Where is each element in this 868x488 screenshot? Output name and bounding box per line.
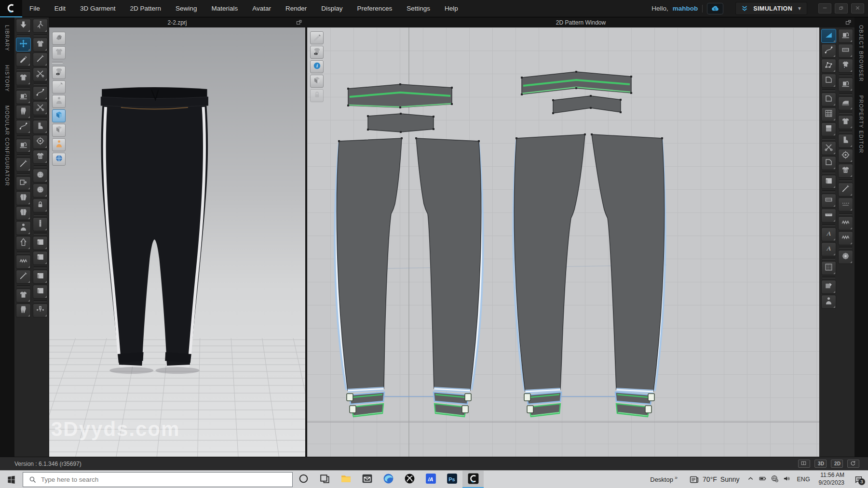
open-garment-tool[interactable]	[16, 206, 31, 220]
fold-box-tool[interactable]	[821, 175, 836, 189]
dart-tool[interactable]	[821, 141, 836, 155]
snap-tool[interactable]	[33, 135, 48, 149]
select-move-tool[interactable]	[16, 38, 31, 52]
show-3d-window-button[interactable]: 3D	[814, 460, 827, 468]
shirt-snaps-2d-tool[interactable]	[838, 164, 853, 178]
menu-item[interactable]: Edit	[47, 0, 73, 17]
search-input[interactable]	[41, 476, 287, 483]
start-button[interactable]	[0, 471, 23, 488]
lock-button-tool[interactable]	[33, 198, 48, 212]
pattern-hem-strips-back-right[interactable]	[561, 390, 654, 417]
texture-sheet-tool[interactable]	[33, 285, 48, 299]
menu-item[interactable]: Avatar	[245, 0, 278, 17]
texture-roll-tool[interactable]	[33, 270, 48, 284]
fabric-sheet-tool[interactable]	[33, 251, 48, 265]
language-indicator[interactable]: ENG	[793, 476, 814, 483]
action-center-button[interactable]: 3	[849, 471, 868, 488]
hanger-garment-tool[interactable]	[52, 46, 66, 59]
desktop-toolbar[interactable]: Desktop »	[643, 476, 684, 483]
basting-tool[interactable]	[838, 198, 853, 211]
boot-tool[interactable]	[33, 120, 48, 134]
knife-shirt-tool[interactable]	[33, 101, 48, 115]
sew-shirt-tool[interactable]	[33, 38, 48, 52]
pattern-piece-front-left-leg[interactable]	[337, 137, 403, 391]
file-explorer-app[interactable]	[335, 471, 356, 488]
show-2d-window-button[interactable]: 2D	[831, 460, 843, 468]
fold-jacket-tool[interactable]	[16, 191, 31, 205]
medibang-app[interactable]: /A	[420, 471, 441, 488]
show-pattern-fabric-tool[interactable]	[52, 109, 66, 122]
environment-globe-tool[interactable]	[52, 153, 66, 166]
menu-item[interactable]: Settings	[399, 0, 437, 17]
pants-stripe-tool[interactable]	[16, 303, 31, 317]
pattern-piece-back-waistband-small[interactable]	[552, 95, 622, 114]
garment-3d-viewport[interactable]: 3Dyyds.com	[49, 27, 305, 457]
elastic-tool[interactable]	[838, 216, 853, 230]
simulate-tool[interactable]	[16, 19, 31, 33]
show-garment-2d-tool[interactable]	[310, 46, 324, 59]
pattern-piece-back-left-leg[interactable]	[514, 133, 586, 392]
notch-tool[interactable]	[821, 122, 836, 136]
single-window-button[interactable]	[798, 460, 810, 468]
avatar-tape-tool[interactable]	[821, 295, 836, 309]
shirt-stripe-tool[interactable]	[16, 289, 31, 303]
puller-tool[interactable]	[33, 303, 48, 317]
popout-icon[interactable]	[845, 19, 852, 26]
walk-avatar-tool[interactable]	[33, 19, 48, 33]
pattern-outline-tool[interactable]	[821, 74, 836, 88]
polygon-pattern-tool[interactable]	[821, 92, 836, 106]
desktop-chevrons[interactable]: »	[675, 475, 678, 480]
menu-item[interactable]: 2D Pattern	[123, 0, 169, 17]
zipper-tool[interactable]	[33, 217, 48, 231]
task-view-button[interactable]	[314, 471, 335, 488]
show-fabric-2d-tool[interactable]	[310, 75, 324, 88]
tab-library[interactable]: LIBRARY	[4, 25, 10, 52]
menu-item[interactable]: Preferences	[350, 0, 399, 17]
menu-item[interactable]: Render	[278, 0, 314, 17]
menu-item[interactable]: Help	[437, 0, 465, 17]
render-style-tool[interactable]	[52, 32, 66, 45]
maximize-button[interactable]	[835, 3, 848, 13]
edge-app[interactable]	[378, 471, 399, 488]
drape-curve-tool[interactable]	[16, 120, 31, 134]
buttonhole-tool[interactable]	[33, 184, 48, 198]
garment-fit-arrow-tool[interactable]	[16, 236, 31, 250]
show-surface-tool[interactable]	[52, 124, 66, 137]
edit-point-tool[interactable]	[821, 59, 836, 73]
menu-item[interactable]: Materials	[204, 0, 245, 17]
avatar-fit-tool[interactable]	[16, 221, 31, 235]
edit-measure-2d-tool[interactable]	[310, 31, 324, 44]
close-button[interactable]	[851, 3, 864, 13]
show-garment-tool[interactable]	[52, 66, 66, 79]
text-style-tool[interactable]: A	[821, 242, 836, 256]
pleats-tool[interactable]	[821, 261, 836, 275]
cloud-account-button[interactable]: C	[707, 3, 723, 14]
ruler-tool[interactable]	[821, 209, 836, 223]
simulation-button[interactable]: SIMULATION ▼	[735, 2, 807, 15]
sync-button[interactable]	[847, 460, 859, 468]
sewing-machine-2d-tool[interactable]	[838, 29, 853, 43]
avatar-display-tool[interactable]	[52, 138, 66, 151]
pattern-2d-viewport[interactable]: i	[307, 27, 819, 457]
cortana-app[interactable]	[293, 471, 314, 488]
menu-item[interactable]: Display	[314, 0, 350, 17]
machine-stitch-tool[interactable]	[16, 139, 31, 153]
simulation-caret-icon[interactable]: ▼	[797, 6, 802, 11]
taskbar-search[interactable]	[23, 472, 293, 487]
needle-slash-tool[interactable]	[16, 270, 31, 284]
text-tool[interactable]: A	[821, 227, 836, 241]
minimize-button[interactable]	[818, 3, 831, 13]
zoom-seam-tool[interactable]	[838, 78, 853, 92]
curve-needle-tool[interactable]	[33, 86, 48, 100]
transform-pattern-tool[interactable]	[821, 29, 836, 43]
sculpt-garment-tool[interactable]	[16, 71, 31, 85]
pattern-piece-front-waistband-small[interactable]	[367, 113, 434, 133]
needle-thread-tool[interactable]	[33, 53, 48, 66]
pattern-piece-back-right-leg[interactable]	[591, 133, 665, 392]
shirt-snaps-tool[interactable]	[33, 150, 48, 164]
fabric-roll-tool[interactable]	[33, 236, 48, 250]
clo-logo[interactable]	[0, 0, 22, 17]
pattern-hem-strips-front-right[interactable]	[384, 389, 471, 417]
hidden-icons-chevron[interactable]	[745, 471, 757, 488]
clo-app[interactable]	[462, 471, 484, 488]
